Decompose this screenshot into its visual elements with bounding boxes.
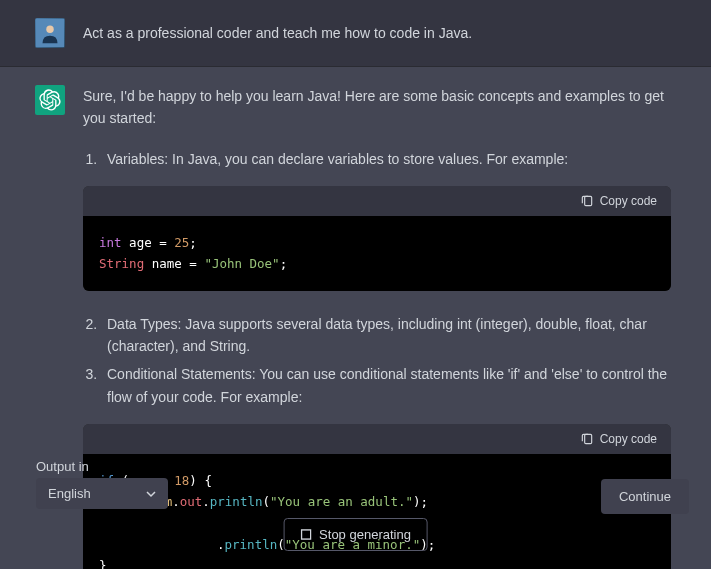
tok-dot: . — [202, 494, 210, 509]
svg-rect-2 — [584, 197, 591, 206]
code-body: int age = 25; String name = "John Doe"; — [83, 216, 671, 291]
user-message-text: Act as a professional coder and teach me… — [83, 18, 681, 48]
tok-semi: ; — [421, 494, 429, 509]
code-block-1: Copy code int age = 25; String name = "J… — [83, 186, 671, 291]
tok-var-age: age — [129, 235, 152, 250]
stop-generating-label: Stop generating — [319, 527, 411, 542]
tok-semi: ; — [428, 537, 436, 552]
tok-rparen: ) — [413, 494, 421, 509]
tok-println: println — [210, 494, 263, 509]
tok-rbrace: } — [99, 558, 107, 569]
chevron-down-icon — [146, 489, 156, 499]
assistant-intro-text: Sure, I'd be happy to help you learn Jav… — [83, 85, 671, 130]
code-body: if (age > 18) { System.out.println("You … — [83, 454, 671, 569]
tok-type-string: String — [99, 256, 144, 271]
tok-println: println — [225, 537, 278, 552]
assistant-avatar — [35, 85, 65, 115]
copy-code-button[interactable]: Copy code — [580, 194, 657, 208]
tok-lparen: ( — [262, 494, 270, 509]
list-item: Variables: In Java, you can declare vari… — [101, 148, 671, 170]
tok-semi: ; — [189, 235, 197, 250]
continue-button[interactable]: Continue — [601, 479, 689, 514]
clipboard-icon — [580, 194, 594, 208]
tok-var-name: name — [152, 256, 182, 271]
tok-keyword-int: int — [99, 235, 122, 250]
tok-out: out — [180, 494, 203, 509]
list-item: Data Types: Java supports several data t… — [101, 313, 671, 358]
tok-str-adult: "You are an adult." — [270, 494, 413, 509]
concepts-list-cont: Data Types: Java supports several data t… — [83, 313, 671, 409]
stop-icon — [300, 529, 311, 540]
user-avatar-icon — [36, 19, 64, 47]
output-in-label: Output in — [36, 459, 168, 474]
tok-equals: = — [189, 256, 197, 271]
code-header: Copy code — [83, 186, 671, 216]
copy-code-label: Copy code — [600, 194, 657, 208]
tok-semi: ; — [280, 256, 288, 271]
stop-generating-button[interactable]: Stop generating — [283, 518, 428, 551]
copy-code-button[interactable]: Copy code — [580, 432, 657, 446]
user-message-row: Act as a professional coder and teach me… — [0, 0, 711, 67]
output-panel: Output in English — [36, 459, 168, 509]
svg-rect-3 — [584, 435, 591, 444]
tok-num-25: 25 — [174, 235, 189, 250]
clipboard-icon — [580, 432, 594, 446]
language-select[interactable]: English — [36, 478, 168, 509]
tok-num-18: 18 — [174, 473, 189, 488]
copy-code-label: Copy code — [600, 432, 657, 446]
svg-rect-4 — [301, 530, 310, 539]
tok-str-john: "John Doe" — [204, 256, 279, 271]
tok-lbrace: { — [204, 473, 212, 488]
list-item: Conditional Statements: You can use cond… — [101, 363, 671, 408]
tok-dot: . — [217, 537, 225, 552]
tok-equals: = — [159, 235, 167, 250]
svg-point-1 — [46, 26, 53, 33]
user-avatar — [35, 18, 65, 48]
openai-logo-icon — [39, 89, 61, 111]
tok-rparen: ) — [189, 473, 197, 488]
concepts-list: Variables: In Java, you can declare vari… — [83, 148, 671, 170]
language-selected: English — [48, 486, 91, 501]
tok-dot: . — [172, 494, 180, 509]
assistant-message-content: Sure, I'd be happy to help you learn Jav… — [83, 85, 681, 569]
code-header: Copy code — [83, 424, 671, 454]
